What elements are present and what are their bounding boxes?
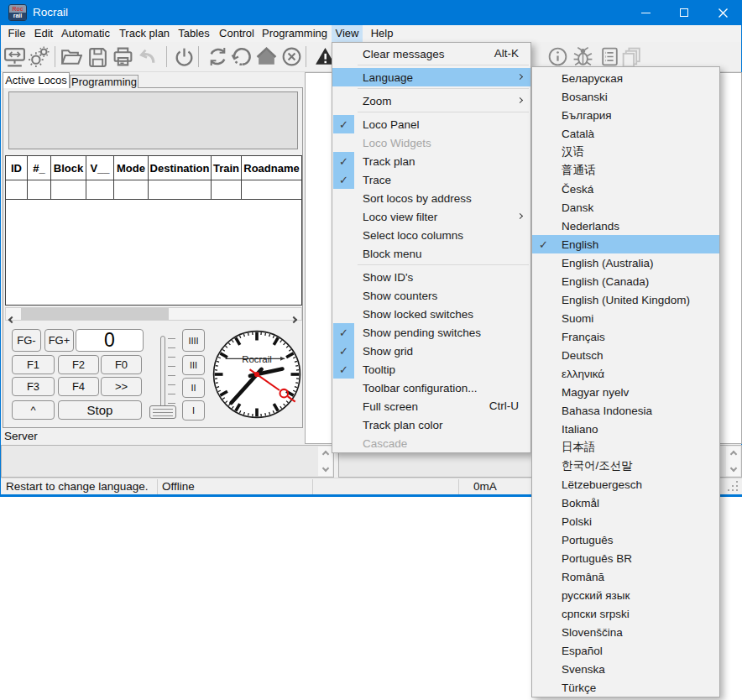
fg-minus-button[interactable]: FG- [12,329,41,352]
refresh-icon[interactable] [206,45,229,68]
menu-item[interactable]: ✓ Show locked switches [332,305,530,323]
menu-item[interactable]: ✓ Tooltip [332,360,530,379]
menu-bar-item[interactable]: Tables [174,25,214,42]
language-menu-item[interactable]: ✓ 普通话 [532,161,719,180]
hscrollbar-thumb[interactable] [21,308,169,320]
menu-item[interactable]: ✓ Full screen Ctrl-U [332,397,530,415]
menu-bar-item[interactable]: Control [214,25,259,42]
close-button[interactable] [703,0,742,25]
home-icon[interactable] [255,45,278,68]
menu-bar-item[interactable]: Automatic [56,25,115,42]
loco-table-column-header[interactable]: V__ [86,156,114,180]
language-menu-item[interactable]: ✓ Slovenščina [532,623,719,641]
menu-item[interactable]: ✓ Show grid [332,342,530,360]
server-console[interactable] [1,445,334,478]
language-menu-item[interactable]: ✓ Bahasa Indonesia [532,401,719,420]
f4-button[interactable]: F4 [58,377,99,396]
language-menu-item[interactable]: ✓ ελληνικά [532,364,719,383]
language-menu-item[interactable]: ✓ България [532,106,719,124]
language-menu-item[interactable]: ✓ Polski [532,512,719,530]
loco-table-column-header[interactable]: Block [51,156,86,180]
language-menu-item[interactable]: ✓ Català [532,124,719,143]
language-menu-item[interactable]: ✓ English [532,235,719,253]
power-icon[interactable] [173,45,196,68]
direction-up-button[interactable]: ^ [12,400,55,420]
menu-item[interactable]: ✓ Loco view filter [332,207,530,226]
scroll-up-icon[interactable] [729,451,736,457]
menu-bar-item[interactable]: Edit [31,25,56,42]
language-menu-item[interactable]: ✓ русский язык [532,586,719,604]
menu-item[interactable]: ✓ Toolbar configuration... [332,379,530,397]
maximize-button[interactable] [665,0,703,25]
menu-bar-item[interactable]: Track plan [117,25,172,42]
menu-item[interactable]: ✓ Zoom [332,91,530,110]
language-menu-item[interactable]: ✓ Беларуская [532,69,719,87]
language-menu-item[interactable]: ✓ English (Australia) [532,253,719,272]
rotate-icon[interactable] [230,45,253,68]
menu-bar-item[interactable]: View [332,25,363,42]
resize-grip[interactable] [728,481,739,493]
menu-item[interactable]: ✓ Language [332,68,530,86]
language-menu-item[interactable]: ✓ Dansk [532,198,719,217]
scroll-down-icon[interactable] [321,465,328,472]
menu-item[interactable]: ✓ Sort locos by address [332,189,530,207]
menu-item[interactable]: ✓ Track plan color [332,415,530,434]
menu-item[interactable]: ✓ Show pending switches [332,323,530,342]
language-menu-item[interactable]: ✓ Español [532,641,719,660]
language-menu-item[interactable]: ✓ Français [532,327,719,346]
language-menu-item[interactable]: ✓ 汉语 [532,143,719,161]
language-menu-item[interactable]: ✓ Nederlands [532,217,719,235]
menu-item[interactable]: ✓ Select loco columns [332,226,530,244]
menu-item[interactable]: ✓ Track plan [332,152,530,170]
server-console-scrollbar[interactable] [318,447,332,476]
f3-button[interactable]: F3 [12,377,55,396]
loco-table-column-header[interactable]: ID [6,156,28,180]
monitor-console-scrollbar[interactable] [726,447,740,476]
bug-icon[interactable] [572,45,594,68]
language-menu-item[interactable]: ✓ Türkçe [532,678,719,697]
language-menu-item[interactable]: ✓ Deutsch [532,346,719,364]
event-list-icon[interactable] [598,45,621,68]
menu-item[interactable]: ✓ Loco Widgets [332,133,530,152]
language-menu-item[interactable]: ✓ English (Canada) [532,272,719,290]
speed-step-button[interactable]: II [182,378,205,398]
language-menu-item[interactable]: ✓ Português [532,530,719,549]
loco-table-column-header[interactable]: Mode [114,156,149,180]
language-menu-item[interactable]: ✓ Česká [532,180,719,198]
language-menu-item[interactable]: ✓ 한국어/조선말 [532,457,719,475]
language-menu-item[interactable]: ✓ English (United Kingdom) [532,290,719,309]
language-menu-item[interactable]: ✓ Italiano [532,420,719,438]
loco-list-hscrollbar[interactable] [5,307,302,321]
f0-button[interactable]: F0 [101,355,142,374]
menu-item[interactable]: ✓ Trace [332,170,530,189]
tab-programming[interactable]: Programming [70,75,138,88]
fg-plus-button[interactable]: FG+ [44,329,74,352]
language-menu-item[interactable]: ✓ Bosanski [532,87,719,106]
save-icon[interactable] [86,45,109,68]
f1-button[interactable]: F1 [12,355,55,374]
language-menu-item[interactable]: ✓ Magyar nyelv [532,383,719,401]
menu-item[interactable]: ✓ Loco Panel [332,115,530,133]
language-menu-item[interactable]: ✓ Português BR [532,549,719,567]
speed-slider-track[interactable] [160,336,165,410]
loco-table-column-header[interactable]: Train [212,156,242,180]
speed-step-button[interactable]: III [182,355,205,375]
language-menu-item[interactable]: ✓ Română [532,567,719,586]
settings-gears-icon[interactable] [28,45,50,68]
speed-slider-thumb[interactable] [149,405,176,419]
scroll-down-icon[interactable] [729,465,736,472]
function-shift-button[interactable]: >> [101,377,142,396]
language-menu-item[interactable]: ✓ Lëtzebuergesch [532,475,719,494]
speed-step-button[interactable]: I [182,400,205,421]
scroll-up-icon[interactable] [321,451,328,457]
language-menu-item[interactable]: ✓ српски srpski [532,604,719,623]
menu-bar-item[interactable]: Help [367,25,397,42]
menu-item[interactable]: ✓ Block menu [332,244,530,263]
scroll-left-icon[interactable] [9,311,18,319]
menu-item[interactable]: ✓ Show ID's [332,268,530,286]
speed-step-button[interactable]: IIII [182,329,205,352]
open-file-icon[interactable] [60,45,82,68]
loco-table-column-header[interactable]: #_ [28,156,51,180]
language-menu-item[interactable]: ✓ Bokmål [532,494,719,512]
menu-bar-item[interactable]: File [4,25,29,42]
